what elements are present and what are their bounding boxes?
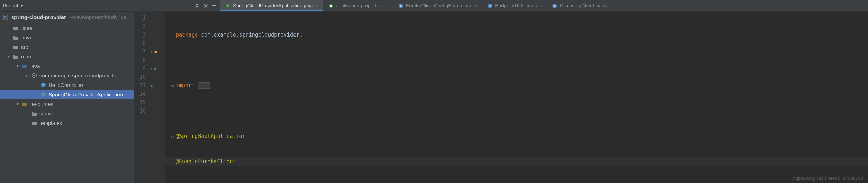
keyword: import bbox=[176, 82, 195, 89]
close-icon[interactable]: × bbox=[385, 3, 388, 8]
close-icon[interactable]: × bbox=[475, 3, 478, 8]
collapse-all-icon[interactable] bbox=[194, 2, 200, 9]
line-number: 14 bbox=[134, 90, 146, 98]
gear-icon[interactable] bbox=[202, 2, 209, 9]
class-run-icon bbox=[40, 92, 46, 97]
line-number: 1 bbox=[134, 14, 146, 22]
tree-label: com.example.springcloudprovider bbox=[39, 72, 118, 78]
svg-point-2 bbox=[226, 4, 230, 8]
code-area[interactable]: package com.example.springcloudprovider;… bbox=[165, 12, 868, 183]
tree-label: java bbox=[30, 63, 40, 69]
file-icon: c bbox=[552, 3, 557, 8]
tree-label: .idea bbox=[21, 25, 33, 31]
tree-item[interactable]: ▶static bbox=[0, 109, 134, 118]
line-number: 15 bbox=[134, 98, 146, 107]
file-icon bbox=[328, 3, 333, 8]
tree-label: src bbox=[21, 44, 28, 50]
class-icon: c bbox=[40, 82, 46, 88]
line-number: 6 bbox=[134, 39, 146, 48]
tree-arrow-icon[interactable]: ▼ bbox=[6, 55, 11, 58]
folder-icon bbox=[13, 54, 19, 59]
folder-icon bbox=[13, 45, 19, 50]
line-number: 8 bbox=[134, 56, 146, 64]
module-icon bbox=[2, 15, 8, 20]
svg-point-0 bbox=[205, 5, 206, 6]
project-sidebar: spring-cloud-provider ~/development/stud… bbox=[0, 12, 134, 183]
file-icon bbox=[225, 3, 231, 8]
project-tool-header: Project ▼ bbox=[0, 0, 220, 11]
annotation: @EnableEurekaClient bbox=[176, 158, 236, 165]
svg-text:c: c bbox=[43, 83, 44, 87]
folder-icon bbox=[13, 26, 19, 31]
line-numbers: 12367891011141516 bbox=[134, 12, 149, 183]
editor-tab[interactable]: application.properties× bbox=[323, 0, 393, 11]
editor-tab[interactable]: cDiscoveryClient.class× bbox=[547, 0, 617, 11]
line-number: 9 bbox=[134, 64, 146, 73]
editor-tab[interactable]: cEndpointUtils.class× bbox=[482, 0, 547, 11]
folded-region[interactable]: ... bbox=[198, 82, 210, 89]
tree-item[interactable]: ▶.idea bbox=[0, 23, 134, 33]
annotation: @SpringBootApplication bbox=[176, 133, 246, 139]
watermark: https://blog.csdn.net/qq_34680763 bbox=[793, 176, 863, 181]
tree-item[interactable]: ▶cHelloController bbox=[0, 80, 134, 90]
close-icon[interactable]: × bbox=[609, 3, 612, 8]
line-number: 10 bbox=[134, 73, 146, 81]
tree-label: .mvn bbox=[21, 34, 33, 40]
folder-icon bbox=[31, 111, 37, 116]
editor-tabs: SpringCloudProviderApplication.java×appl… bbox=[220, 0, 868, 11]
tree-arrow-icon[interactable]: ▼ bbox=[15, 102, 20, 106]
code-editor[interactable]: 12367891011141516 ↻● ↻▶ ▶ pack bbox=[134, 12, 868, 183]
project-tree: ▶.idea▶.mvn▶src▼main▼java▼com.example.sp… bbox=[0, 23, 134, 128]
line-number: 16 bbox=[134, 107, 146, 115]
tree-item[interactable]: ▶templates bbox=[0, 118, 134, 128]
close-icon[interactable]: × bbox=[539, 3, 542, 8]
res-folder-icon bbox=[22, 102, 28, 107]
tab-label: application.properties bbox=[336, 3, 383, 8]
editor-tab[interactable]: cEurekaClientConfigBean.class× bbox=[393, 0, 483, 11]
chevron-down-icon[interactable]: ▼ bbox=[20, 4, 24, 8]
fold-icon[interactable]: ⊟ bbox=[171, 133, 174, 141]
tree-label: templates bbox=[39, 120, 62, 126]
reload-icon[interactable]: ↻ bbox=[151, 48, 153, 56]
gutter: 12367891011141516 ↻● ↻▶ ▶ bbox=[134, 12, 165, 183]
project-name: spring-cloud-provider bbox=[11, 14, 66, 20]
svg-rect-12 bbox=[4, 16, 6, 18]
svg-text:c: c bbox=[489, 4, 491, 8]
tab-label: EurekaClientConfigBean.class bbox=[406, 3, 472, 8]
gutter-icons: ↻● ↻▶ ▶ bbox=[149, 12, 165, 183]
folder-icon bbox=[31, 121, 37, 126]
run-gutter-icon[interactable]: ▶ bbox=[151, 81, 153, 90]
tree-arrow-icon[interactable]: ▼ bbox=[15, 64, 20, 68]
tree-label: SpringCloudProviderApplication bbox=[48, 92, 123, 97]
project-path: ~/development/study_de bbox=[69, 14, 127, 20]
tree-item[interactable]: ▶src bbox=[0, 42, 134, 52]
svg-rect-1 bbox=[212, 5, 216, 6]
fold-icon[interactable]: ⊞ bbox=[171, 82, 174, 90]
tree-arrow-icon[interactable]: ▼ bbox=[25, 74, 29, 77]
file-icon: c bbox=[487, 3, 493, 8]
tree-item[interactable]: ▼resources bbox=[0, 99, 134, 109]
keyword: package bbox=[176, 32, 198, 38]
tree-item[interactable]: ▼com.example.springcloudprovider bbox=[0, 71, 134, 80]
close-icon[interactable]: × bbox=[315, 3, 318, 8]
tree-item[interactable]: ▶SpringCloudProviderApplication bbox=[0, 90, 134, 99]
tree-item[interactable]: ▶.mvn bbox=[0, 33, 134, 42]
tab-label: EndpointUtils.class bbox=[495, 3, 537, 8]
project-root-row[interactable]: spring-cloud-provider ~/development/stud… bbox=[0, 12, 134, 23]
tree-label: HelloController bbox=[48, 82, 83, 88]
package-icon bbox=[31, 73, 37, 78]
src-folder-icon bbox=[22, 64, 28, 69]
project-tool-title[interactable]: Project bbox=[3, 3, 18, 8]
reload-icon[interactable]: ↻ bbox=[151, 64, 153, 73]
line-number: 11 bbox=[134, 81, 146, 90]
svg-text:c: c bbox=[400, 4, 402, 8]
run-gutter-icon[interactable]: ▶ bbox=[154, 64, 157, 73]
tree-item[interactable]: ▼main bbox=[0, 52, 134, 61]
bulb-icon[interactable]: ● bbox=[154, 48, 157, 56]
editor-tab[interactable]: SpringCloudProviderApplication.java× bbox=[220, 0, 323, 11]
tab-label: SpringCloudProviderApplication.java bbox=[233, 3, 313, 8]
hide-tool-icon[interactable] bbox=[211, 2, 217, 9]
line-number: 7 bbox=[134, 48, 146, 56]
tree-item[interactable]: ▼java bbox=[0, 61, 134, 71]
tree-label: main bbox=[21, 53, 33, 59]
